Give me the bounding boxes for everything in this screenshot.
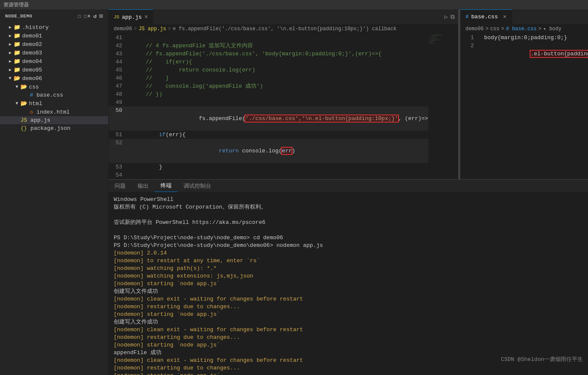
terminal-line: [nodemon] 2.0.14	[114, 249, 583, 257]
code-line-46: 46 // }	[109, 74, 428, 82]
line-number: 51	[109, 131, 129, 139]
line-content: // 4 fs.appendFile 追加写入文件内容	[129, 42, 428, 50]
watermark: CSDN @Sheldon一袭烟雨任平生	[501, 355, 583, 363]
tab-app-js[interactable]: JS app.js ×	[109, 9, 153, 24]
panel-tab-output[interactable]: 输出	[132, 180, 155, 192]
terminal-line: [nodemon] starting `node app.js`	[114, 372, 583, 375]
terminal-line: 创建写入文件成功	[114, 318, 583, 326]
tree-label: app.js	[31, 117, 51, 123]
tab-label: 调试控制台	[184, 182, 211, 190]
new-folder-icon[interactable]: ☐+	[84, 13, 91, 20]
tree-item-history[interactable]: ▶ 📁 .history	[0, 23, 108, 31]
terminal-line: 尝试新的跨平台 PowerShell https://aka.ms/pscore…	[114, 219, 583, 226]
tree-label: demo01	[22, 33, 42, 39]
sidebar-title: NODE_DEMO	[5, 14, 32, 19]
line-number: 53	[109, 163, 129, 171]
terminal-line	[114, 226, 583, 234]
line-number: 46	[109, 74, 129, 82]
tree-label: demo03	[22, 50, 42, 56]
tree-label: index.html	[37, 109, 70, 115]
refresh-icon[interactable]: ↺	[93, 13, 97, 20]
left-code-content[interactable]: 41 42 // 4 fs.appendFile 追加写入文件内容 43 // …	[109, 34, 428, 179]
minimap: // fs.appendFile // if(err) // return fs…	[428, 34, 458, 179]
tab-icon-css: #	[465, 14, 469, 20]
right-code-area[interactable]: 1 body{margin:0;padding:0;} 2 .el-button…	[460, 34, 588, 179]
code-line-45: 45 // return console.log(err)	[109, 66, 428, 74]
breadcrumb-text: demo06	[465, 26, 484, 32]
code-line-48: 48 // })	[109, 90, 428, 98]
tab-actions: ▷ ⧉	[441, 9, 458, 24]
breadcrumb-sep2: >	[168, 26, 171, 32]
right-editor: # base.css × demo06 > css > # base.css >…	[460, 9, 588, 179]
sidebar-header: NODE_DEMO ☐ ☐+ ↺ ⊟	[0, 9, 108, 23]
line-number: 1	[460, 34, 481, 42]
tree-item-app-js[interactable]: JS app.js	[0, 116, 108, 124]
breadcrumb-symbol: ✦ body	[543, 26, 561, 32]
arrow-icon: ▶	[14, 100, 20, 107]
breadcrumb-symbol: ⊙ fs.appendFile('./css/base.css', '\n.el…	[172, 26, 396, 32]
tree-item-package-json[interactable]: {} package.json	[0, 124, 108, 132]
css-file-icon: #	[30, 92, 33, 98]
run-icon[interactable]: ▷	[445, 13, 448, 20]
tree-item-demo05[interactable]: ▶ 📁 demo05	[0, 66, 108, 74]
right-code-line-1: 1 body{margin:0;padding:0;}	[460, 34, 588, 42]
tree-label: html	[29, 100, 42, 107]
line-content: body{margin:0;padding:0;}	[481, 34, 588, 42]
tree-item-base-css[interactable]: # base.css	[0, 91, 108, 99]
panel-tab-problems[interactable]: 问题	[109, 180, 132, 192]
code-line-52: 52 return console.log(err)	[109, 139, 428, 163]
right-breadcrumb: demo06 > css > # base.css > ✦ body	[460, 24, 588, 34]
line-number: 50	[109, 106, 129, 131]
line-content	[129, 98, 428, 106]
panel-tab-bar: 问题 输出 终端 调试控制台	[109, 180, 588, 192]
line-content: fs.appendFile('./css/base.css','\n.el-bu…	[129, 106, 428, 131]
tab-close-btn[interactable]: ×	[144, 14, 148, 20]
line-number: 42	[109, 42, 129, 50]
tree-item-demo01[interactable]: ▶ 📁 demo01	[0, 31, 108, 40]
tree-item-index-html[interactable]: ◇ index.html	[0, 108, 108, 116]
tree-item-css[interactable]: ▶ 📂 css	[0, 83, 108, 91]
breadcrumb-text: demo06	[114, 26, 132, 32]
tab-label: 终端	[161, 182, 172, 189]
line-number: 47	[109, 82, 129, 90]
tree-label: demo04	[22, 58, 42, 65]
line-number: 54	[109, 171, 129, 179]
right-tab-bar: # base.css ×	[460, 9, 588, 24]
tree-item-html[interactable]: ▶ 📂 html	[0, 99, 108, 108]
main-area: NODE_DEMO ☐ ☐+ ↺ ⊟ ▶ 📁 .history ▶ 📁 demo…	[0, 9, 588, 375]
folder-icon: 📁	[14, 49, 20, 56]
line-number: 52	[109, 139, 129, 163]
new-file-icon[interactable]: ☐	[77, 13, 81, 20]
folder-icon: 📁	[14, 32, 20, 39]
arrow-icon: ▶	[8, 75, 13, 82]
panel-tab-terminal[interactable]: 终端	[155, 180, 178, 192]
tab-close-btn[interactable]: ×	[503, 14, 506, 20]
line-content: return console.log(err)	[129, 139, 428, 163]
arrow-icon: ▶	[7, 25, 14, 30]
collapse-icon[interactable]: ⊟	[100, 13, 103, 20]
folder-icon: 📁	[14, 66, 20, 73]
sep3: >	[538, 26, 541, 32]
folder-icon: 📁	[14, 41, 20, 48]
line-content: // console.log('appendFile 成功')	[129, 82, 428, 90]
terminal-line: [nodemon] starting `node app.js`	[114, 311, 583, 318]
tree-item-demo06[interactable]: ▶ 📂 demo06	[0, 74, 108, 83]
tree-item-demo03[interactable]: ▶ 📁 demo03	[0, 49, 108, 57]
folder-icon: 📁	[14, 24, 20, 31]
terminal-line: [nodemon] restarting due to changes...	[114, 303, 583, 311]
line-content: // }	[129, 74, 428, 82]
left-editor: JS app.js × ▷ ⧉ demo06 > JS app.js >	[109, 9, 459, 179]
terminal-area[interactable]: Windows PowerShell 版权所有 (C) Microsoft Co…	[109, 192, 588, 375]
split-editor-icon[interactable]: ⧉	[450, 14, 455, 20]
sep1: >	[485, 26, 488, 32]
arrow-icon: ▶	[14, 83, 20, 90]
folder-icon: 📁	[14, 58, 20, 65]
line-content: .el-button{padding:10px;}	[481, 42, 588, 66]
line-number: 48	[109, 90, 129, 98]
tab-base-css[interactable]: # base.css ×	[460, 9, 512, 24]
tree-item-demo02[interactable]: ▶ 📁 demo02	[0, 40, 108, 49]
terminal-line: PS D:\Study\Project\node-study\node_demo…	[114, 242, 583, 249]
tab-icon-js: JS	[114, 14, 119, 20]
panel-tab-debug[interactable]: 调试控制台	[178, 180, 217, 192]
tree-item-demo04[interactable]: ▶ 📁 demo04	[0, 57, 108, 66]
